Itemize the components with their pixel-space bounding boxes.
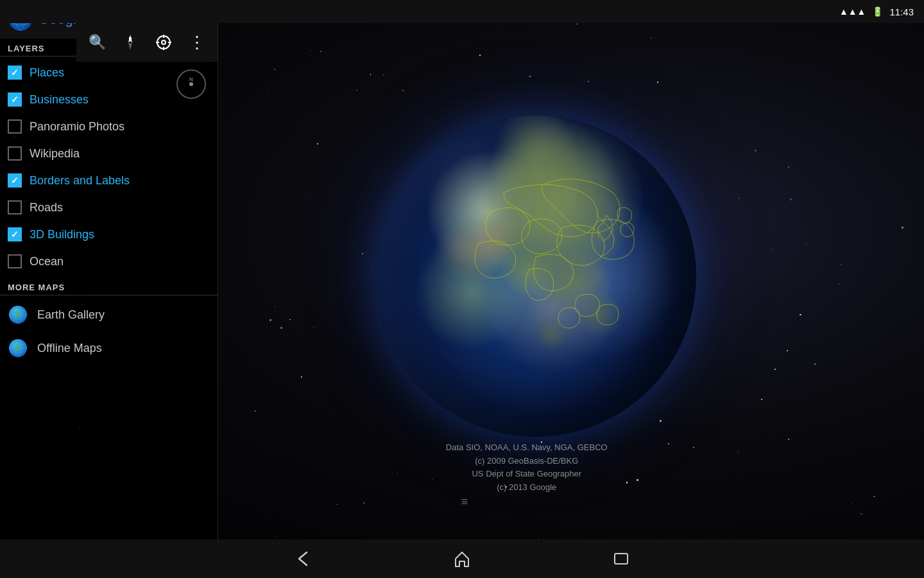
earth-container[interactable]	[375, 116, 696, 437]
layer-label-wikipedia: Wikipedia	[30, 147, 80, 161]
svg-marker-4	[128, 42, 132, 50]
checkbox-wikipedia[interactable]	[8, 146, 22, 161]
checkbox-borders[interactable]	[8, 173, 22, 188]
status-bar: ▲▲▲ 🔋 11:43	[0, 0, 924, 23]
compass-svg: N	[175, 68, 207, 100]
layer-item-panoramio[interactable]: Panoramio Photos	[0, 113, 218, 140]
map-label-earth-gallery: Earth Gallery	[37, 308, 105, 322]
layer-item-wikipedia[interactable]: Wikipedia	[0, 140, 218, 167]
location-button[interactable]	[148, 27, 179, 58]
layer-label-roads: Roads	[30, 201, 63, 215]
more-maps-section: MORE MAPS Earth GalleryOffline Maps	[0, 277, 218, 365]
overflow-menu-button[interactable]: ⋮	[182, 27, 212, 58]
checkbox-ocean[interactable]	[8, 254, 22, 268]
drag-handle[interactable]: ≡	[461, 495, 470, 509]
svg-point-15	[189, 82, 193, 86]
layer-item-borders[interactable]: Borders and Labels	[0, 167, 218, 194]
back-arrow-icon	[293, 548, 313, 569]
home-icon	[452, 548, 472, 569]
earth-borders-overlay	[375, 116, 696, 437]
compass-indicator[interactable]: N	[175, 68, 207, 100]
map-items-container: Earth GalleryOffline Maps	[0, 298, 218, 365]
svg-rect-22	[615, 554, 628, 564]
recents-button[interactable]	[606, 543, 637, 574]
layer-item-ocean[interactable]: Ocean	[0, 248, 218, 275]
checkbox-businesses[interactable]	[8, 92, 22, 107]
globe-icon-offline-maps	[8, 338, 28, 358]
back-button[interactable]	[287, 543, 318, 574]
checkbox-panoramio[interactable]	[8, 119, 22, 134]
svg-point-7	[162, 40, 166, 44]
bottom-nav-bar	[0, 539, 924, 578]
checkbox-3dbuildings[interactable]	[8, 227, 22, 241]
svg-text:N: N	[128, 37, 132, 41]
layer-item-3dbuildings[interactable]: 3D Buildings	[0, 221, 218, 248]
earth-globe[interactable]	[375, 116, 696, 437]
layer-label-3dbuildings: 3D Buildings	[30, 228, 94, 241]
more-maps-header: MORE MAPS	[0, 277, 218, 295]
borders-svg	[375, 116, 696, 437]
map-label-offline-maps: Offline Maps	[37, 342, 102, 355]
home-button[interactable]	[447, 543, 477, 574]
wifi-icon: ▲▲▲	[839, 6, 866, 17]
north-button[interactable]: N	[115, 27, 146, 58]
layer-label-businesses: Businesses	[30, 93, 89, 107]
checkbox-roads[interactable]	[8, 200, 22, 215]
location-target-icon	[155, 33, 173, 51]
layer-label-ocean: Ocean	[30, 255, 64, 268]
checkbox-places[interactable]	[8, 66, 22, 80]
map-item-earth-gallery[interactable]: Earth Gallery	[0, 298, 218, 331]
sidebar: Google earth 🔍 N ⋮	[0, 0, 218, 578]
north-compass-icon: N	[121, 33, 139, 51]
time-display: 11:43	[889, 6, 914, 17]
layer-item-roads[interactable]: Roads	[0, 194, 218, 221]
layer-label-places: Places	[30, 66, 64, 80]
recents-icon	[611, 548, 631, 569]
layer-label-borders: Borders and Labels	[30, 174, 130, 188]
attribution-text: Data SIO, NOAA, U.S. Navy, NGA, GEBCO (c…	[446, 441, 608, 495]
battery-icon: 🔋	[872, 6, 883, 17]
layer-label-panoramio: Panoramio Photos	[30, 120, 124, 134]
toolbar: 🔍 N ⋮	[76, 23, 218, 62]
svg-text:N: N	[189, 76, 193, 82]
map-item-offline-maps[interactable]: Offline Maps	[0, 331, 218, 365]
globe-icon-earth-gallery	[8, 304, 28, 325]
search-button[interactable]: 🔍	[81, 27, 112, 58]
